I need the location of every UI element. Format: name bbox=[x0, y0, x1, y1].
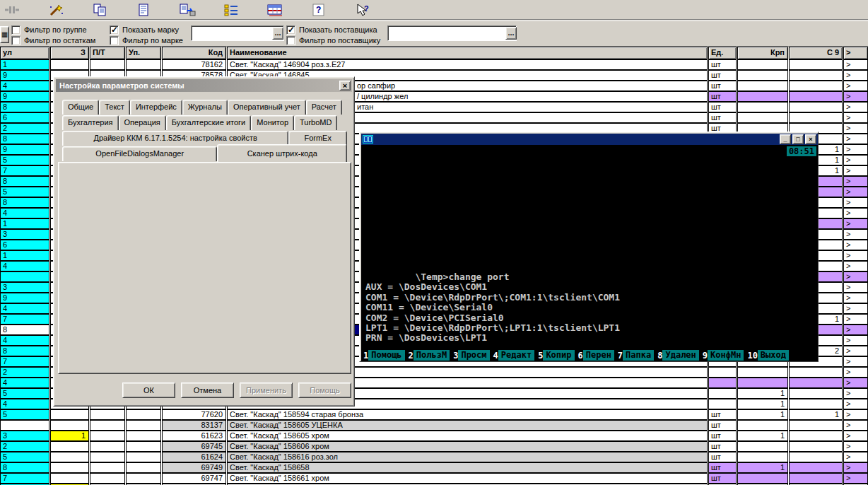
cell-c9[interactable] bbox=[789, 462, 843, 473]
cell-pt[interactable] bbox=[90, 473, 125, 484]
cell-c9[interactable] bbox=[789, 367, 843, 378]
show-supplier-checkbox[interactable] bbox=[286, 25, 295, 35]
cell-krp[interactable] bbox=[737, 441, 788, 452]
cell-ed[interactable]: шт bbox=[708, 452, 737, 462]
cell-art[interactable]: 3 bbox=[0, 282, 49, 293]
cell-arr[interactable]: > bbox=[843, 91, 868, 102]
cell-art[interactable]: 8 bbox=[0, 197, 49, 208]
dialog-titlebar[interactable]: Настройка параметров системы × bbox=[56, 79, 352, 92]
tab-2-5[interactable]: TurboMD bbox=[294, 115, 337, 130]
show-brand-checkbox[interactable] bbox=[110, 25, 119, 35]
cell-arr[interactable]: > bbox=[843, 367, 868, 378]
tab-1-3[interactable]: Интерфейс bbox=[130, 100, 182, 115]
tab-2-4[interactable]: Монитор bbox=[251, 115, 294, 130]
cell-c9[interactable] bbox=[789, 473, 843, 484]
cell-art[interactable]: 8 bbox=[0, 134, 49, 144]
cell-name[interactable]: Свет. "Каскад" 158594 старая бронза bbox=[227, 409, 708, 420]
cell-c9[interactable] bbox=[789, 91, 843, 102]
cell-art[interactable]: 5 bbox=[0, 155, 49, 165]
cell-pt[interactable] bbox=[90, 452, 125, 462]
fn-key-2[interactable]: 2ПользМ bbox=[409, 350, 450, 361]
cell-ed[interactable]: шт bbox=[708, 91, 737, 102]
column-header-krp[interactable]: Крп bbox=[737, 47, 788, 59]
cell-ed[interactable]: шт bbox=[708, 441, 737, 452]
dos-titlebar[interactable]: _ □ × bbox=[361, 134, 818, 145]
cell-art[interactable]: 2 bbox=[0, 367, 49, 378]
cell-art[interactable]: 1 bbox=[0, 59, 49, 70]
cell-c9[interactable] bbox=[789, 452, 843, 462]
cell-arr[interactable]: > bbox=[843, 261, 868, 271]
cell-c9[interactable] bbox=[789, 59, 843, 70]
cell-art[interactable]: 9 bbox=[0, 293, 49, 303]
cell-arr[interactable]: > bbox=[843, 282, 868, 293]
cell-krp[interactable] bbox=[737, 102, 788, 112]
cell-name[interactable]: Свет. "Каскад" 158606 хром bbox=[227, 441, 708, 452]
cell-art[interactable]: 8 bbox=[0, 102, 49, 112]
fn-key-8[interactable]: 8Удален bbox=[657, 350, 699, 361]
supplier-browse-button[interactable]: ... bbox=[505, 27, 517, 40]
tab-2-2[interactable]: Операция bbox=[119, 115, 166, 130]
cell-ed[interactable]: шт bbox=[708, 59, 737, 70]
cell-arr[interactable]: > bbox=[843, 208, 868, 218]
cell-z[interactable] bbox=[50, 462, 89, 473]
cell-arr[interactable]: > bbox=[843, 409, 868, 420]
copy-icon[interactable] bbox=[90, 2, 109, 18]
cell-art[interactable]: 8 bbox=[0, 176, 49, 187]
cell-ed[interactable]: шт bbox=[708, 112, 737, 123]
close-icon[interactable]: × bbox=[805, 134, 816, 144]
table-row[interactable]: 178162Свет. "Каскад" 146904 роз.з.Е27шт> bbox=[0, 59, 868, 70]
table-row[interactable]: 769747Свет. "Каскад" 158661 хромшт> bbox=[0, 473, 868, 484]
cell-arr[interactable]: > bbox=[843, 293, 868, 303]
cell-c9[interactable] bbox=[789, 441, 843, 452]
column-header-name[interactable]: Наименование bbox=[227, 47, 708, 59]
cell-ed[interactable] bbox=[708, 399, 737, 409]
fn-key-1[interactable]: 1Помощь bbox=[363, 350, 405, 361]
cell-art[interactable]: 8 bbox=[0, 462, 49, 473]
table-row[interactable]: 869749Свет. "Каскад" 158658шт1> bbox=[0, 462, 868, 473]
column-header-up[interactable]: Уп. bbox=[126, 47, 161, 59]
column-header-pt[interactable]: П/Т bbox=[90, 47, 125, 59]
tab-4-1[interactable]: OpenFileDialogsManager bbox=[62, 146, 217, 161]
cell-pt[interactable] bbox=[90, 420, 125, 431]
fn-key-6[interactable]: 6Перен bbox=[578, 350, 614, 361]
cell-arr[interactable]: > bbox=[843, 176, 868, 187]
cell-arr[interactable]: > bbox=[843, 197, 868, 208]
cell-z[interactable] bbox=[50, 452, 89, 462]
cell-z[interactable] bbox=[50, 420, 89, 431]
tab-4-2[interactable]: Сканер штрих-кода bbox=[217, 144, 347, 162]
cell-krp[interactable] bbox=[737, 91, 788, 102]
cell-up[interactable] bbox=[126, 420, 161, 431]
column-header-kod[interactable]: Код bbox=[162, 47, 226, 59]
apply-button[interactable]: Применить bbox=[240, 382, 293, 398]
brand-input[interactable] bbox=[191, 25, 284, 41]
cell-name[interactable]: Свет. "Каскад" 158661 хром bbox=[227, 473, 708, 484]
cell-arr[interactable]: > bbox=[843, 271, 868, 282]
column-header-c9[interactable]: С 9 bbox=[789, 47, 843, 59]
cell-art[interactable]: 5 bbox=[0, 388, 49, 399]
cell-art[interactable]: 7 bbox=[0, 473, 49, 484]
cell-art[interactable]: 4 bbox=[0, 81, 49, 91]
cell-krp[interactable]: 1 bbox=[737, 431, 788, 441]
tab-1-1[interactable]: Общие bbox=[62, 100, 99, 115]
cell-arr[interactable]: > bbox=[843, 431, 868, 441]
cell-kod[interactable]: 61623 bbox=[162, 431, 226, 441]
filter-supplier-checkbox[interactable] bbox=[286, 36, 295, 45]
cell-krp[interactable]: 1 bbox=[737, 409, 788, 420]
cell-art[interactable]: 1 bbox=[0, 250, 49, 261]
cell-kod[interactable]: 61624 bbox=[162, 452, 226, 462]
cell-art[interactable]: 7 bbox=[0, 314, 49, 325]
cell-up[interactable] bbox=[126, 462, 161, 473]
cell-art[interactable]: 2 bbox=[0, 123, 49, 134]
cell-arr[interactable]: > bbox=[843, 335, 868, 346]
cell-krp[interactable] bbox=[737, 378, 788, 388]
cell-ed[interactable]: шт bbox=[708, 102, 737, 112]
disconnect-icon[interactable] bbox=[3, 2, 21, 18]
cell-ed[interactable]: шт bbox=[708, 70, 737, 81]
cell-art[interactable]: 5 bbox=[0, 409, 49, 420]
cell-art[interactable]: 9 bbox=[0, 91, 49, 102]
cell-arr[interactable]: > bbox=[843, 346, 868, 356]
table-row[interactable]: 577620Свет. "Каскад" 158594 старая бронз… bbox=[0, 409, 868, 420]
export-document-icon[interactable] bbox=[178, 2, 197, 18]
cell-arr[interactable]: > bbox=[843, 102, 868, 112]
cell-krp[interactable] bbox=[737, 452, 788, 462]
